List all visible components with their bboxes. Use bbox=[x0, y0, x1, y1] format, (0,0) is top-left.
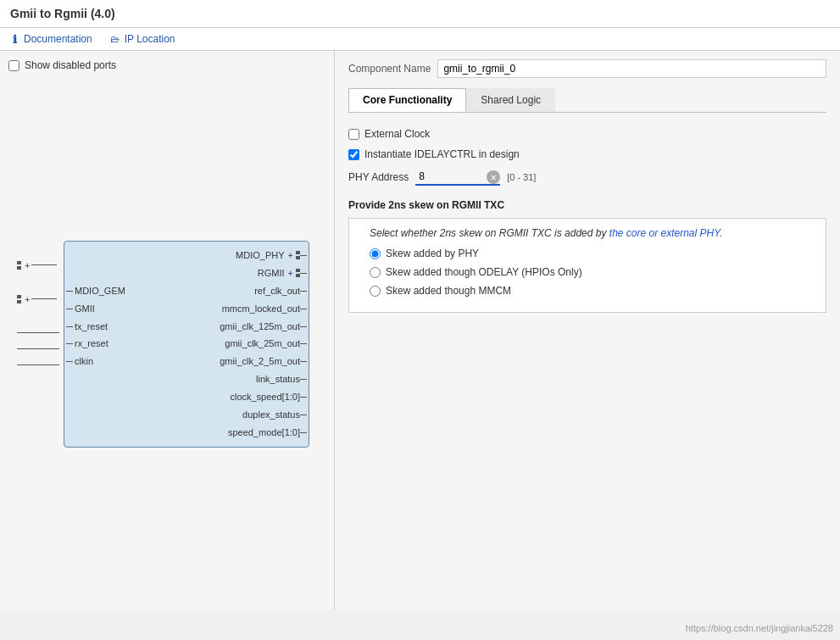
tab-content-core: External Clock Instantiate IDELAYCTRL in… bbox=[348, 125, 826, 325]
port-mdio-phy-label: MDIO_PHY bbox=[175, 247, 286, 264]
title-bar: Gmii to Rgmii (4.0) bbox=[0, 0, 840, 28]
bd-row-clock-speed: clock_speed[1:0] bbox=[64, 388, 309, 406]
port-link-status-label: link_status bbox=[183, 370, 300, 388]
port-rgmii-label: RGMII bbox=[175, 264, 286, 282]
bd-row-gmii-clk-125: tx_reset gmii_clk_125m_out bbox=[64, 318, 309, 336]
documentation-link[interactable]: ℹ Documentation bbox=[8, 33, 92, 45]
bd-row-gmii-clk-25: rx_reset gmii_clk_25m_out bbox=[64, 335, 309, 353]
instantiate-row: Instantiate IDELAYCTRL in design bbox=[348, 148, 826, 160]
port-clkin-label: clkin bbox=[73, 353, 93, 370]
plus-icon-mdio-phy: + bbox=[286, 247, 295, 264]
port-ref-clk-label: ref_clk_out bbox=[213, 282, 300, 300]
tab-shared-logic[interactable]: Shared Logic bbox=[466, 88, 555, 112]
port-duplex-label: duplex_status bbox=[183, 406, 300, 424]
skew-section: Provide 2ns skew on RGMII TXC Select whe… bbox=[348, 199, 826, 313]
radio-odelay-label: Skew added though ODELAY (HPIOs Only) bbox=[386, 266, 582, 278]
show-disabled-label: Show disabled ports bbox=[25, 59, 116, 71]
bd-row-rgmii: RGMII + bbox=[64, 264, 309, 282]
bd-row-mdio-phy: MDIO_PHY + bbox=[64, 247, 309, 264]
page-title: Gmii to Rgmii (4.0) bbox=[10, 7, 115, 20]
section-desc-highlight: the core or external PHY bbox=[609, 227, 720, 239]
folder-icon: 🗁 bbox=[109, 33, 121, 45]
ext-port-mdio-gem: + bbox=[17, 257, 59, 273]
section-title: Provide 2ns skew on RGMII TXC bbox=[348, 199, 826, 211]
show-disabled-checkbox[interactable] bbox=[8, 60, 19, 71]
instantiate-checkbox[interactable] bbox=[348, 149, 359, 160]
bd-row-link-status: link_status bbox=[64, 370, 309, 388]
port-gmii-clk-25-label: gmii_clk_25m_out bbox=[204, 335, 300, 353]
component-name-input[interactable] bbox=[437, 59, 826, 78]
block-diagram: + + bbox=[17, 241, 325, 448]
tab-core-functionality[interactable]: Core Functionality bbox=[348, 88, 466, 112]
section-desc: Select whether 2ns skew on RGMII TXC is … bbox=[370, 227, 814, 239]
section-desc-pre: Select whether 2ns skew on RGMII TXC is … bbox=[370, 227, 609, 239]
radio-mmcm-label: Skew added though MMCM bbox=[386, 285, 511, 297]
component-name-row: Component Name bbox=[348, 59, 826, 78]
ext-port-tx-reset bbox=[17, 325, 59, 341]
bd-row-duplex: duplex_status bbox=[64, 406, 309, 424]
port-mmcm-locked-label: mmcm_locked_out bbox=[197, 300, 300, 318]
ext-port-clkin bbox=[17, 357, 59, 373]
plus-icon-rgmii: + bbox=[286, 264, 295, 282]
radio-phy[interactable] bbox=[370, 248, 381, 259]
port-rx-reset-label: rx_reset bbox=[73, 335, 108, 353]
left-panel: Show disabled ports + bbox=[0, 51, 335, 609]
component-name-label: Component Name bbox=[348, 63, 431, 75]
info-icon: ℹ bbox=[8, 33, 20, 45]
port-gmii-label: GMII bbox=[73, 300, 95, 318]
tabs-row: Core Functionality Shared Logic bbox=[348, 88, 826, 113]
radio-odelay[interactable] bbox=[370, 267, 381, 278]
bd-row-ref-clk: MDIO_GEM ref_clk_out bbox=[64, 282, 309, 300]
radio-row-odelay: Skew added though ODELAY (HPIOs Only) bbox=[370, 266, 814, 278]
bd-row-speed-mode: speed_mode[1:0] bbox=[64, 424, 309, 442]
bd-row-gmii-clk-25m: clkin gmii_clk_2_5m_out bbox=[64, 353, 309, 370]
phy-address-label: PHY Address bbox=[348, 171, 409, 183]
ext-port-gmii: + bbox=[17, 291, 59, 307]
port-speed-mode-label: speed_mode[1:0] bbox=[183, 424, 300, 442]
phy-range-label: [0 - 31] bbox=[507, 172, 536, 182]
port-gmii-clk-25m-label: gmii_clk_2_5m_out bbox=[197, 353, 300, 370]
ext-port-rx-reset bbox=[17, 341, 59, 357]
plus-icon-gmii: + bbox=[23, 294, 31, 304]
left-external-ports: + + bbox=[17, 241, 59, 373]
port-mdio-gem-label: MDIO_GEM bbox=[73, 282, 125, 300]
bd-inner-box: MDIO_PHY + RGMII + bbox=[64, 241, 309, 448]
bd-row-mmcm-locked: GMII mmcm_locked_out bbox=[64, 300, 309, 318]
port-clock-speed-label: clock_speed[1:0] bbox=[183, 388, 300, 406]
ip-location-link[interactable]: 🗁 IP Location bbox=[109, 33, 175, 45]
documentation-label: Documentation bbox=[24, 33, 92, 45]
external-clock-label: External Clock bbox=[364, 128, 430, 140]
radio-row-mmcm: Skew added though MMCM bbox=[370, 285, 814, 297]
radio-mmcm[interactable] bbox=[370, 286, 381, 297]
external-clock-row: External Clock bbox=[348, 128, 826, 140]
phy-address-row: PHY Address ✕ [0 - 31] bbox=[348, 169, 826, 186]
external-clock-checkbox[interactable] bbox=[348, 129, 359, 140]
section-desc-post: . bbox=[720, 227, 722, 239]
radio-phy-label: Skew added by PHY bbox=[386, 248, 479, 259]
section-box: Select whether 2ns skew on RGMII TXC is … bbox=[348, 218, 826, 313]
phy-clear-button[interactable]: ✕ bbox=[487, 170, 500, 184]
phy-input-wrapper: ✕ bbox=[415, 169, 500, 186]
right-panel: Component Name Core Functionality Shared… bbox=[335, 51, 840, 609]
ip-location-label: IP Location bbox=[125, 33, 175, 45]
show-disabled-row: Show disabled ports bbox=[8, 59, 325, 71]
instantiate-label: Instantiate IDELAYCTRL in design bbox=[364, 148, 520, 160]
port-tx-reset-label: tx_reset bbox=[73, 318, 108, 336]
port-gmii-clk-125-label: gmii_clk_125m_out bbox=[204, 318, 300, 336]
main-content: Show disabled ports + bbox=[0, 51, 840, 609]
plus-icon-mdio: + bbox=[23, 260, 31, 270]
nav-bar: ℹ Documentation 🗁 IP Location bbox=[0, 28, 840, 51]
radio-row-phy: Skew added by PHY bbox=[370, 248, 814, 259]
